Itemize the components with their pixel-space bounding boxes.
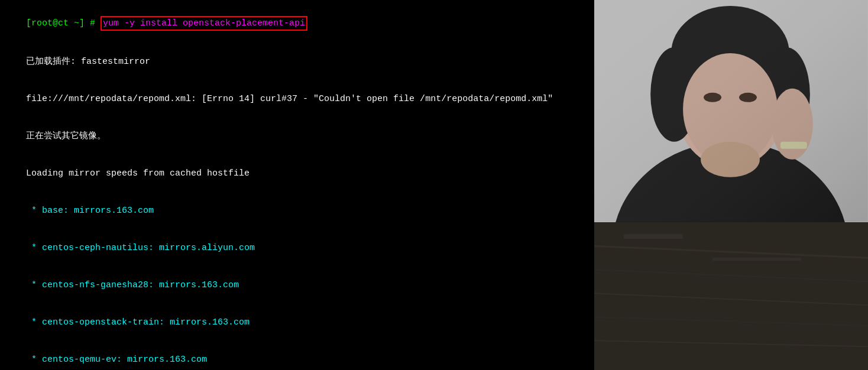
cmd-1: yum -y install openstack-placement-api [101,16,307,31]
svg-rect-22 [712,258,801,261]
terminal-panel: [root@ct ~] # yum -y install openstack-p… [0,0,594,370]
svg-rect-15 [594,222,868,370]
prompt-1: [root@ct ~] # [26,18,101,28]
terminal-line-3: file:///mnt/repodata/repomd.xml: [Errno … [5,80,590,118]
terminal-line-5: Loading mirror speeds from cached hostfi… [5,155,590,192]
terminal-line-9: * centos-openstack-train: mirrors.163.co… [5,304,590,341]
terminal-line-1: [root@ct ~] # yum -y install openstack-p… [5,4,590,43]
terminal-line-2: 已加载插件: fastestmirror [5,43,590,80]
desk-svg [594,222,868,370]
terminal-line-8: * centos-nfs-ganesha28: mirrors.163.com [5,267,590,304]
person-svg [594,0,868,222]
terminal-line-7: * centos-ceph-nautilus: mirrors.aliyun.c… [5,229,590,267]
right-panel [594,0,868,370]
photo-bottom [594,222,868,370]
terminal-line-6: * base: mirrors.163.com [5,192,590,229]
svg-rect-14 [594,0,867,222]
decorative-image [594,0,868,370]
photo-top [594,0,868,222]
svg-rect-21 [624,234,683,239]
terminal-line-4: 正在尝试其它镜像。 [5,118,590,155]
terminal-line-10: * centos-qemu-ev: mirrors.163.com [5,341,590,370]
